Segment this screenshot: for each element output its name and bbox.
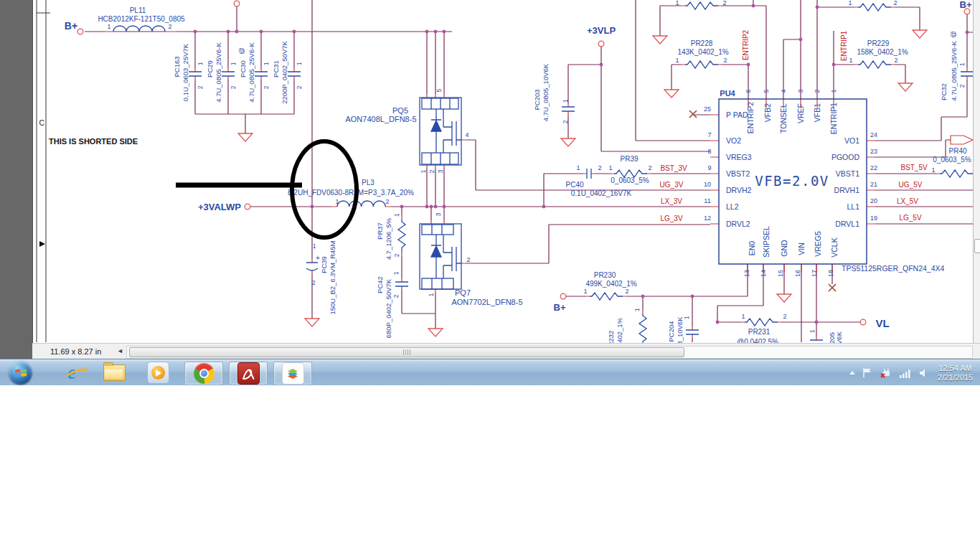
- inductor-PL3: [337, 201, 385, 207]
- component-symbols: [113, 2, 974, 343]
- resistor-PR231: [745, 319, 778, 326]
- junction-dots: [194, 4, 969, 324]
- resistor-PR37: [398, 220, 405, 253]
- pin-stubs: [105, 6, 974, 340]
- resistor-PR230: [590, 293, 623, 300]
- capacitor-PC163: [189, 72, 202, 76]
- tray-date: 2/21/2015: [938, 373, 973, 382]
- windows-logo-icon: [14, 367, 27, 379]
- resistor-PR229: [858, 61, 891, 68]
- scroll-left-arrow[interactable]: ◄: [117, 347, 126, 356]
- empty-area: [0, 385, 980, 551]
- offpage-connector-icon: [951, 136, 973, 144]
- taskbar-item-internet-explorer[interactable]: e: [57, 362, 86, 384]
- resistor-PR40: [940, 170, 973, 177]
- taskbar-item-windows-media-player[interactable]: [143, 362, 172, 384]
- taskbar: e: [0, 359, 980, 386]
- media-player-icon: [147, 362, 169, 384]
- show-hidden-icons-button[interactable]: [849, 371, 855, 375]
- horizontal-scrollbar-thumb[interactable]: [129, 347, 684, 357]
- taskbar-item-google-chrome[interactable]: [184, 362, 223, 385]
- sheet-border: [37, 0, 974, 342]
- taskbar-item-bluestacks[interactable]: [273, 362, 312, 385]
- capacitor-PC204: [686, 330, 699, 334]
- page-size-indicator: 11.69 x 8.27 in: [50, 347, 101, 356]
- capacitor-PC32: [961, 72, 974, 76]
- reader-left-panel: [0, 0, 33, 359]
- resistor-PR39: [614, 170, 647, 177]
- capacitor-PC42: [395, 282, 408, 286]
- taskbar-clock[interactable]: 12:54 AM 2/21/2015: [938, 364, 973, 382]
- system-tray: 12:54 AM 2/21/2015: [846, 359, 980, 386]
- resistor-top-right: [858, 4, 891, 11]
- vertical-scrollbar-thumb[interactable]: [974, 239, 980, 253]
- capacitor-PC30: [255, 72, 268, 76]
- network-status-button[interactable]: [899, 368, 911, 378]
- tray-time: 12:54 AM: [938, 364, 973, 373]
- action-center-flag-button[interactable]: [862, 367, 872, 378]
- volume-button[interactable]: [918, 368, 928, 378]
- border-arrow-icon: [39, 241, 45, 247]
- capacitor-PC203: [562, 107, 575, 111]
- status-bar: 11.69 x 8.27 in ◄: [32, 343, 980, 359]
- horizontal-scrollbar[interactable]: [126, 346, 973, 359]
- vertical-scrollbar[interactable]: [973, 0, 980, 343]
- schematic-drawing: [0, 0, 980, 343]
- chevron-up-icon: [849, 371, 855, 375]
- resistor-PR232: [639, 314, 646, 343]
- taskbar-item-windows-explorer[interactable]: [100, 362, 128, 384]
- desktop: PL11HCB2012KF-121T50_0805B+12PC1630.1U_0…: [0, 0, 980, 551]
- power-plug-error-icon: [880, 367, 892, 379]
- wires: [85, 0, 974, 342]
- start-button[interactable]: [9, 361, 32, 385]
- flag-icon: [862, 367, 872, 378]
- mosfet-PQ7: [420, 224, 461, 289]
- resistor-top-left: [685, 2, 718, 9]
- capacitor-PC31: [288, 72, 301, 76]
- terminal-circles: [77, 1, 970, 325]
- bluestacks-icon: [282, 362, 304, 385]
- schematic-canvas: PL11HCB2012KF-121T50_0805B+12PC1630.1U_0…: [0, 0, 980, 343]
- adobe-reader-icon: [237, 362, 260, 385]
- ground-symbols: [238, 30, 927, 336]
- folder-icon: [103, 364, 126, 381]
- resistor-PR228: [685, 61, 718, 68]
- internet-explorer-icon: e: [67, 363, 76, 382]
- signal-bars-icon: [899, 368, 911, 378]
- scrollbar-grip-icon: [403, 349, 410, 355]
- capacitor-PC39: [306, 263, 318, 270]
- chrome-icon: [194, 363, 215, 384]
- taskbar-item-adobe-reader[interactable]: [229, 362, 268, 385]
- capacitor-PC40: [587, 169, 591, 179]
- inductor-PL11: [113, 26, 165, 32]
- mosfet-PQ5: [420, 98, 461, 165]
- power-status-button[interactable]: [880, 367, 892, 379]
- chip-PU4: [719, 99, 867, 264]
- speaker-icon: [918, 368, 928, 378]
- capacitor-PC29: [222, 72, 235, 76]
